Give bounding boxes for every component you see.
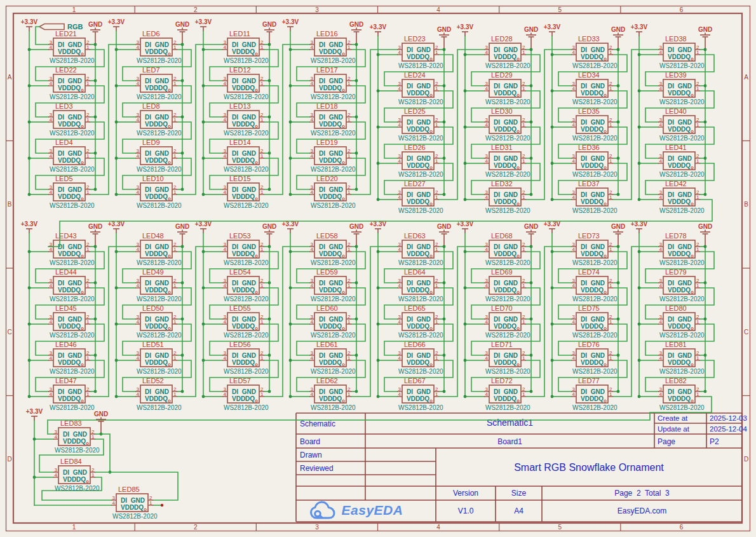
titleblock-page-value[interactable]: P2 [710,437,719,446]
titleblock-size-value[interactable]: A4 [496,506,542,515]
titleblock-schematic-value[interactable]: Schematic1 [365,418,654,428]
titleblock-project-title[interactable]: Smart RGB Snowflake Ornament [436,461,742,473]
titleblock-version-value[interactable]: V1.0 [436,506,496,515]
titleblock-reviewed-label: Reviewed [300,464,334,473]
titleblock-update-value[interactable]: 2025-12-04 [710,425,747,434]
titleblock-update-label: Update at [658,425,689,434]
easyeda-cloud-icon [309,501,338,521]
titleblock-site: EasyEDA.com [542,506,742,515]
title-block: Schematic Schematic1 Create at 2025-12-0… [0,0,756,537]
titleblock-create-label: Create at [658,414,687,423]
titleblock-create-value[interactable]: 2025-12-03 [710,414,747,423]
titleblock-schematic-label: Schematic [300,419,335,428]
titleblock-size-label: Size [496,489,542,498]
easyeda-logo: EasyEDA [309,501,436,520]
titleblock-version-label: Version [436,489,496,498]
titleblock-page-label: Page [658,437,675,446]
titleblock-board-value[interactable]: Board1 [365,437,654,446]
schematic-sheet: 112233445566AABBCCDD Schematic Schematic… [0,0,756,537]
titleblock-board-label: Board [300,437,320,446]
titleblock-drawn-label: Drawn [300,451,322,459]
easyeda-logo-text: EasyEDA [342,503,403,518]
titleblock-page-total: Page 2 Total 3 [542,489,742,498]
